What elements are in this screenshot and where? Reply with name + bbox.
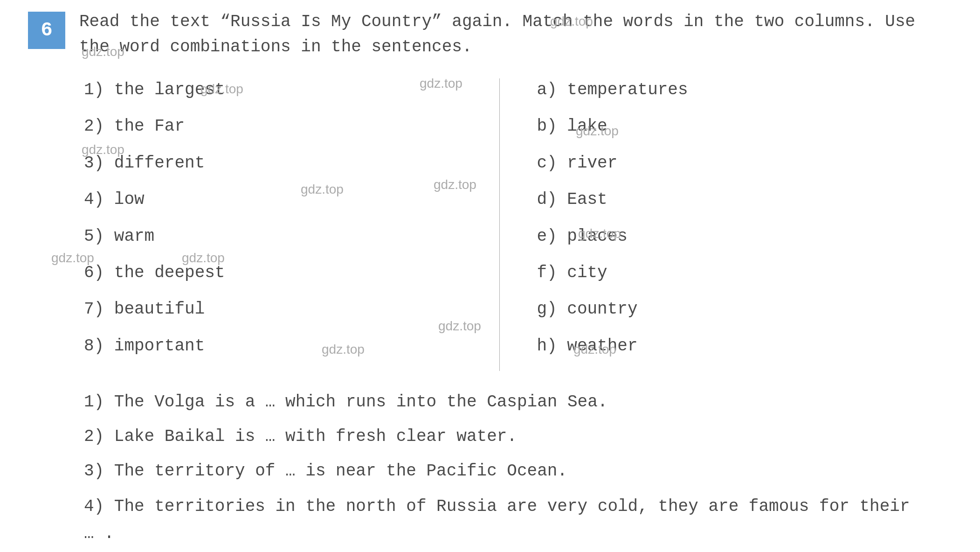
left-list-item: 6) the deepest: [84, 261, 471, 285]
left-list-item: 4) low: [84, 188, 471, 211]
left-list-item: 7) beautiful: [84, 298, 471, 321]
right-list-item: d) East: [537, 188, 925, 211]
right-list-item: e) places: [537, 225, 925, 248]
page-container: 6 Read the text “Russia Is My Country” a…: [0, 0, 980, 552]
left-list-item: 2) the Far: [84, 115, 471, 138]
sentence-item: 4) The territories in the north of Russi…: [84, 493, 924, 547]
right-list-item: f) city: [537, 261, 925, 285]
left-list-item: 1) the largest: [84, 78, 471, 102]
left-list-item: 3) different: [84, 152, 471, 175]
right-list-item: h) weather: [537, 335, 925, 358]
right-list-item: c) river: [537, 152, 925, 175]
left-column: 1) the largest2) the Far3) different4) l…: [84, 78, 500, 371]
right-list-item: g) country: [537, 298, 925, 321]
sentence-item: 2) Lake Baikal is … with fresh clear wat…: [84, 424, 924, 449]
sentence-item: 3) The territory of … is near the Pacifi…: [84, 459, 924, 484]
left-list-item: 5) warm: [84, 225, 471, 248]
right-column: a) temperaturesb) lakec) riverd) Easte) …: [500, 78, 925, 371]
task-header: 6 Read the text “Russia Is My Country” a…: [28, 9, 952, 60]
right-list-item: a) temperatures: [537, 78, 925, 102]
task-number: 6: [28, 12, 65, 49]
task-instruction: Read the text “Russia Is My Country” aga…: [79, 9, 952, 60]
columns-container: 1) the largest2) the Far3) different4) l…: [84, 78, 924, 371]
left-list-item: 8) important: [84, 335, 471, 358]
sentences-section: 1) The Volga is a … which runs into the …: [84, 390, 924, 547]
right-list-item: b) lake: [537, 115, 925, 138]
sentence-item: 1) The Volga is a … which runs into the …: [84, 390, 924, 415]
